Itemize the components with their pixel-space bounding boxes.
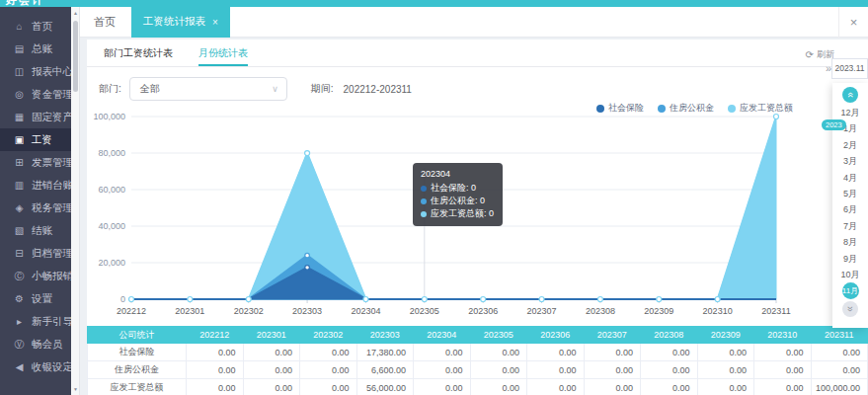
refresh-icon: ⟳ bbox=[806, 49, 814, 60]
ledger-icon: ▤ bbox=[12, 43, 27, 54]
month-item-9月[interactable]: 9月 bbox=[832, 251, 868, 267]
closing-icon: ▧ bbox=[12, 225, 27, 236]
table-cell: 0.00 bbox=[754, 344, 812, 361]
row-label: 应发工资总额 bbox=[88, 379, 187, 395]
date-panel: « 12月1月2月3月4月5月6月7月8月9月10月11月 « 2023 bbox=[832, 83, 868, 328]
table-cell: 0.00 bbox=[811, 344, 868, 361]
sidebar-item-report[interactable]: ◫报表中心 bbox=[0, 60, 71, 83]
table-month-header: 202310 bbox=[754, 327, 812, 344]
sidebar-item-closing[interactable]: ▧结账 bbox=[0, 219, 71, 242]
sidebar-item-guide[interactable]: ▸新手引导 bbox=[0, 310, 71, 333]
app-logo: 好会计 bbox=[6, 0, 44, 7]
month-item-8月[interactable]: 8月 bbox=[832, 234, 868, 250]
sidebar-item-member[interactable]: Ⓥ畅会员 bbox=[0, 333, 71, 356]
months-scroll-up-button[interactable]: « bbox=[842, 87, 858, 103]
sidebar-item-archive[interactable]: ⊟归档管理 bbox=[0, 242, 71, 265]
table-cell: 0.00 bbox=[300, 379, 357, 395]
table-month-header: 202305 bbox=[470, 327, 527, 344]
tab-close-icon[interactable]: × bbox=[212, 17, 218, 28]
scroll-up-icon[interactable]: ▲ bbox=[71, 10, 80, 16]
row-label: 住房公积金 bbox=[88, 361, 187, 379]
table-cell: 0.00 bbox=[811, 361, 868, 379]
table-cell: 0.00 bbox=[414, 361, 471, 379]
svg-text:60,000: 60,000 bbox=[98, 185, 125, 195]
sidebar-item-label: 进销台账 bbox=[32, 179, 71, 193]
month-item-12月[interactable]: 12月 bbox=[832, 105, 868, 120]
table-cell: 0.00 bbox=[470, 379, 527, 395]
table-cell: 0.00 bbox=[584, 361, 641, 379]
table-cell: 0.00 bbox=[527, 344, 585, 361]
salary-chart[interactable]: 020,00040,00060,00080,000100,00020221220… bbox=[87, 94, 868, 331]
salary-table: 公司统计202212202301202302202303202304202305… bbox=[87, 326, 868, 395]
table-cell: 0.00 bbox=[187, 361, 244, 379]
tab-salary-report[interactable]: 工资统计报表 × bbox=[131, 7, 230, 38]
month-item-10月[interactable]: 10月 bbox=[832, 267, 868, 282]
sidebar-item-tax[interactable]: ◈税务管理 bbox=[0, 197, 71, 219]
sidebar-scrollbar[interactable]: ▲ ▼ bbox=[71, 7, 80, 395]
table-corner-header: 公司统计 bbox=[88, 327, 187, 344]
sidebar-item-reimburse[interactable]: Ⓒ小畅报销 bbox=[0, 265, 71, 287]
sidebar-item-announce[interactable]: ◀收银设定 bbox=[0, 356, 71, 378]
row-label: 社会保险 bbox=[88, 344, 187, 361]
current-period[interactable]: 2023.11 bbox=[831, 58, 868, 79]
sidebar-item-ledger[interactable]: ▤总账 bbox=[0, 38, 71, 60]
sidebar-item-invoice[interactable]: ⊞发票管理 bbox=[0, 151, 71, 174]
table-cell: 0.00 bbox=[300, 344, 357, 361]
table-cell: 100,000.00 bbox=[811, 379, 868, 395]
table-row: 社会保险0.000.000.0017,380.000.000.000.000.0… bbox=[88, 344, 868, 361]
table-month-header: 202311 bbox=[811, 327, 868, 344]
table-cell: 0.00 bbox=[697, 379, 754, 395]
month-item-7月[interactable]: 7月 bbox=[832, 218, 868, 234]
svg-text:202307: 202307 bbox=[527, 306, 557, 316]
report-icon: ◫ bbox=[12, 66, 27, 77]
sidebar-item-funds[interactable]: ◎资金管理 bbox=[0, 83, 71, 106]
table-month-header: 202308 bbox=[641, 327, 698, 344]
table-cell: 0.00 bbox=[754, 379, 812, 395]
months-scroll-down-button[interactable]: « bbox=[842, 301, 858, 317]
table-month-header: 202304 bbox=[414, 327, 471, 344]
svg-text:80,000: 80,000 bbox=[98, 148, 125, 158]
dept-select-value: 全部 bbox=[140, 83, 160, 94]
scroll-thumb[interactable] bbox=[73, 21, 78, 92]
svg-text:202302: 202302 bbox=[234, 306, 264, 316]
subtab-monthly[interactable]: 月份统计表 bbox=[198, 40, 248, 66]
month-item-4月[interactable]: 4月 bbox=[832, 170, 868, 186]
table-cell: 0.00 bbox=[527, 379, 585, 395]
month-item-2月[interactable]: 2月 bbox=[832, 137, 868, 153]
sidebar-item-label: 畅会员 bbox=[32, 338, 63, 352]
table-cell: 56,000.00 bbox=[356, 379, 414, 395]
table-cell: 0.00 bbox=[641, 344, 698, 361]
sidebar-menu: ⌂首页▤总账◫报表中心◎资金管理▦固定资产▣工资⊞发票管理▥进销台账◈税务管理▧… bbox=[0, 7, 71, 378]
sidebar-item-assets[interactable]: ▦固定资产 bbox=[0, 106, 71, 128]
scroll-down-icon[interactable]: ▼ bbox=[71, 386, 80, 392]
refresh-button[interactable]: ⟳ 刷新 bbox=[806, 48, 834, 61]
sidebar-item-settings[interactable]: ⚙设置 bbox=[0, 287, 71, 310]
table-row: 应发工资总额0.000.000.0056,000.000.000.000.000… bbox=[88, 379, 868, 395]
sidebar-item-label: 总账 bbox=[32, 42, 52, 56]
topbar: 好会计 bbox=[0, 0, 868, 7]
month-item-5月[interactable]: 5月 bbox=[832, 186, 868, 201]
table-cell: 0.00 bbox=[243, 361, 300, 379]
sidebar-item-label: 固定资产 bbox=[32, 111, 71, 124]
table-cell: 0.00 bbox=[470, 344, 527, 361]
month-item-3月[interactable]: 3月 bbox=[832, 153, 868, 169]
sidebar-item-home[interactable]: ⌂首页 bbox=[0, 15, 71, 38]
svg-text:202303: 202303 bbox=[292, 306, 322, 316]
sidebar-item-label: 结账 bbox=[32, 224, 52, 238]
period-value: 202212-202311 bbox=[344, 84, 412, 95]
sidebar-item-salary[interactable]: ▣工资 bbox=[0, 128, 71, 151]
tab-home[interactable]: 首页 bbox=[94, 15, 116, 30]
assets-icon: ▦ bbox=[12, 112, 27, 122]
reimburse-icon: Ⓒ bbox=[12, 270, 27, 283]
settings-icon: ⚙ bbox=[12, 293, 27, 304]
table-month-header: 202307 bbox=[584, 327, 641, 344]
tab-label: 工资统计报表 bbox=[143, 15, 205, 29]
month-item-6月[interactable]: 6月 bbox=[832, 201, 868, 217]
subtab-dept-salary[interactable]: 部门工资统计表 bbox=[104, 40, 173, 66]
table-cell: 0.00 bbox=[300, 361, 357, 379]
month-item-11月[interactable]: 11月 bbox=[842, 282, 859, 299]
sidebar-item-inout[interactable]: ▥进销台账 bbox=[0, 174, 71, 197]
svg-text:202306: 202306 bbox=[468, 306, 498, 316]
panel-close-icon[interactable]: × bbox=[838, 7, 868, 38]
table-month-header: 202306 bbox=[527, 327, 585, 344]
